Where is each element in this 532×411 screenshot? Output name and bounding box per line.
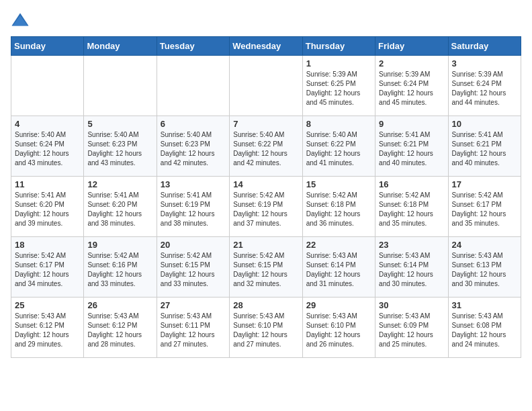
day-info: Sunrise: 5:40 AM Sunset: 6:22 PM Dayligh… [306,130,371,168]
day-number: 8 [306,119,371,129]
calendar-cell: 8Sunrise: 5:40 AM Sunset: 6:22 PM Daylig… [302,116,375,177]
day-number: 2 [379,58,444,68]
calendar-cell: 16Sunrise: 5:42 AM Sunset: 6:18 PM Dayli… [375,177,448,237]
day-number: 24 [452,240,517,250]
calendar-cell: 23Sunrise: 5:43 AM Sunset: 6:14 PM Dayli… [375,237,448,298]
calendar-cell: 2Sunrise: 5:39 AM Sunset: 6:24 PM Daylig… [375,56,448,116]
day-number: 29 [306,300,371,310]
day-number: 26 [87,300,152,310]
day-info: Sunrise: 5:41 AM Sunset: 6:21 PM Dayligh… [452,130,517,168]
calendar-cell: 9Sunrise: 5:41 AM Sunset: 6:21 PM Daylig… [375,116,448,177]
calendar-cell: 31Sunrise: 5:43 AM Sunset: 6:08 PM Dayli… [448,298,521,358]
day-info: Sunrise: 5:39 AM Sunset: 6:25 PM Dayligh… [306,70,371,107]
day-info: Sunrise: 5:42 AM Sunset: 6:15 PM Dayligh… [161,251,226,289]
calendar-header-row: SundayMondayTuesdayWednesdayThursdayFrid… [11,37,521,56]
day-number: 5 [87,119,152,129]
day-info: Sunrise: 5:42 AM Sunset: 6:19 PM Dayligh… [233,191,298,228]
day-info: Sunrise: 5:42 AM Sunset: 6:18 PM Dayligh… [306,191,371,228]
day-info: Sunrise: 5:43 AM Sunset: 6:12 PM Dayligh… [87,312,152,349]
day-of-week-header: Saturday [448,37,521,56]
day-number: 13 [161,179,226,189]
day-number: 9 [379,119,444,129]
day-info: Sunrise: 5:41 AM Sunset: 6:21 PM Dayligh… [379,130,444,168]
day-number: 20 [161,240,226,250]
svg-marker-1 [13,15,28,26]
calendar-cell [11,56,84,116]
calendar-week-row: 1Sunrise: 5:39 AM Sunset: 6:25 PM Daylig… [11,56,521,116]
calendar-cell: 26Sunrise: 5:43 AM Sunset: 6:12 PM Dayli… [84,298,157,358]
day-info: Sunrise: 5:41 AM Sunset: 6:20 PM Dayligh… [15,191,80,228]
calendar-cell: 15Sunrise: 5:42 AM Sunset: 6:18 PM Dayli… [302,177,375,237]
calendar-cell: 10Sunrise: 5:41 AM Sunset: 6:21 PM Dayli… [448,116,521,177]
day-info: Sunrise: 5:41 AM Sunset: 6:19 PM Dayligh… [161,191,226,228]
calendar-cell: 18Sunrise: 5:42 AM Sunset: 6:17 PM Dayli… [11,237,84,298]
calendar-cell: 6Sunrise: 5:40 AM Sunset: 6:23 PM Daylig… [157,116,229,177]
day-number: 18 [15,240,80,250]
day-number: 21 [233,240,298,250]
calendar-cell: 22Sunrise: 5:43 AM Sunset: 6:14 PM Dayli… [302,237,375,298]
day-info: Sunrise: 5:42 AM Sunset: 6:17 PM Dayligh… [15,251,80,289]
day-number: 4 [15,119,80,129]
calendar-week-row: 4Sunrise: 5:40 AM Sunset: 6:24 PM Daylig… [11,116,521,177]
calendar-cell: 12Sunrise: 5:41 AM Sunset: 6:20 PM Dayli… [84,177,157,237]
day-of-week-header: Sunday [11,37,84,56]
calendar-week-row: 25Sunrise: 5:43 AM Sunset: 6:12 PM Dayli… [11,298,521,358]
calendar-cell: 21Sunrise: 5:42 AM Sunset: 6:15 PM Dayli… [230,237,302,298]
calendar-cell: 19Sunrise: 5:42 AM Sunset: 6:16 PM Dayli… [84,237,157,298]
day-info: Sunrise: 5:42 AM Sunset: 6:15 PM Dayligh… [233,251,298,289]
day-info: Sunrise: 5:41 AM Sunset: 6:20 PM Dayligh… [87,191,152,228]
day-number: 27 [161,300,226,310]
day-info: Sunrise: 5:43 AM Sunset: 6:12 PM Dayligh… [15,312,80,349]
day-of-week-header: Thursday [302,37,375,56]
day-info: Sunrise: 5:40 AM Sunset: 6:23 PM Dayligh… [87,130,152,168]
day-number: 19 [87,240,152,250]
day-number: 1 [306,58,371,68]
calendar-cell: 24Sunrise: 5:43 AM Sunset: 6:13 PM Dayli… [448,237,521,298]
calendar-cell: 30Sunrise: 5:43 AM Sunset: 6:09 PM Dayli… [375,298,448,358]
day-number: 22 [306,240,371,250]
calendar-cell: 1Sunrise: 5:39 AM Sunset: 6:25 PM Daylig… [302,56,375,116]
day-info: Sunrise: 5:43 AM Sunset: 6:10 PM Dayligh… [233,312,298,349]
calendar-cell: 11Sunrise: 5:41 AM Sunset: 6:20 PM Dayli… [11,177,84,237]
day-number: 7 [233,119,298,129]
header [11,11,521,30]
day-number: 15 [306,179,371,189]
calendar-cell: 5Sunrise: 5:40 AM Sunset: 6:23 PM Daylig… [84,116,157,177]
calendar-cell: 27Sunrise: 5:43 AM Sunset: 6:11 PM Dayli… [157,298,229,358]
calendar-cell: 20Sunrise: 5:42 AM Sunset: 6:15 PM Dayli… [157,237,229,298]
day-number: 17 [452,179,517,189]
calendar-cell: 13Sunrise: 5:41 AM Sunset: 6:19 PM Dayli… [157,177,229,237]
day-number: 14 [233,179,298,189]
day-info: Sunrise: 5:43 AM Sunset: 6:14 PM Dayligh… [306,251,371,289]
day-info: Sunrise: 5:43 AM Sunset: 6:14 PM Dayligh… [379,251,444,289]
day-number: 31 [452,300,517,310]
day-of-week-header: Friday [375,37,448,56]
calendar-cell: 28Sunrise: 5:43 AM Sunset: 6:10 PM Dayli… [230,298,302,358]
day-info: Sunrise: 5:43 AM Sunset: 6:09 PM Dayligh… [379,312,444,349]
day-info: Sunrise: 5:42 AM Sunset: 6:17 PM Dayligh… [452,191,517,228]
day-info: Sunrise: 5:39 AM Sunset: 6:24 PM Dayligh… [379,70,444,107]
day-info: Sunrise: 5:43 AM Sunset: 6:08 PM Dayligh… [452,312,517,349]
calendar-cell: 3Sunrise: 5:39 AM Sunset: 6:24 PM Daylig… [448,56,521,116]
day-info: Sunrise: 5:42 AM Sunset: 6:18 PM Dayligh… [379,191,444,228]
calendar-cell [84,56,157,116]
calendar: SundayMondayTuesdayWednesdayThursdayFrid… [11,36,521,358]
day-info: Sunrise: 5:40 AM Sunset: 6:23 PM Dayligh… [161,130,226,168]
day-number: 12 [87,179,152,189]
day-number: 11 [15,179,80,189]
day-info: Sunrise: 5:43 AM Sunset: 6:10 PM Dayligh… [306,312,371,349]
calendar-cell: 14Sunrise: 5:42 AM Sunset: 6:19 PM Dayli… [230,177,302,237]
calendar-cell: 4Sunrise: 5:40 AM Sunset: 6:24 PM Daylig… [11,116,84,177]
calendar-cell: 25Sunrise: 5:43 AM Sunset: 6:12 PM Dayli… [11,298,84,358]
day-info: Sunrise: 5:40 AM Sunset: 6:22 PM Dayligh… [233,130,298,168]
day-of-week-header: Wednesday [230,37,302,56]
day-info: Sunrise: 5:39 AM Sunset: 6:24 PM Dayligh… [452,70,517,107]
day-info: Sunrise: 5:43 AM Sunset: 6:13 PM Dayligh… [452,251,517,289]
day-of-week-header: Monday [84,37,157,56]
calendar-cell: 29Sunrise: 5:43 AM Sunset: 6:10 PM Dayli… [302,298,375,358]
calendar-cell: 17Sunrise: 5:42 AM Sunset: 6:17 PM Dayli… [448,177,521,237]
day-number: 23 [379,240,444,250]
day-number: 25 [15,300,80,310]
day-number: 3 [452,58,517,68]
calendar-week-row: 18Sunrise: 5:42 AM Sunset: 6:17 PM Dayli… [11,237,521,298]
